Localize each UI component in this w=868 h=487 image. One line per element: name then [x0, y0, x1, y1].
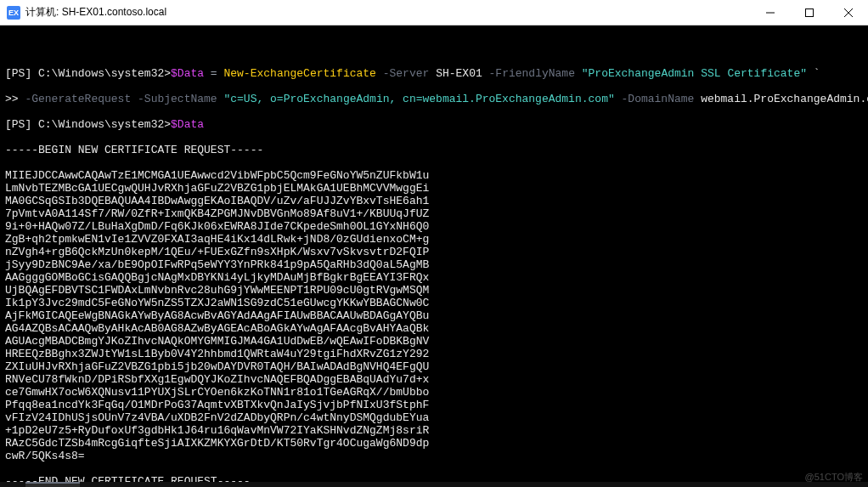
cert-line: AAGgggGOMBoGCisGAQQBgjcNAgMxDBYKNi4yLjky… [5, 271, 863, 284]
taskbar-strip [0, 482, 868, 487]
cmd-line-2: [PS] C:\Windows\system32>$Data [5, 118, 863, 131]
cert-line: RAzC5GdcTZSb4mRcgGiqfteSjiAIXKZMKYXGrDtD… [5, 437, 863, 450]
titlebar: EX 计算机: SH-EX01.contoso.local [0, 0, 868, 25]
maximize-button[interactable] [790, 0, 829, 25]
close-button[interactable] [829, 0, 868, 25]
cert-line: RNVeCU78fWknD/DPiRSbfXXg1EgwDQYJKoZIhvcN… [5, 373, 863, 386]
cert-line: ZgB+qh2tpmkwEN1vIe1ZVVZ0FXAI3aqHE4iKx14d… [5, 233, 863, 246]
cert-line: UjBQAgEFDBVTSC1FWDAxLmNvbnRvc28uhG9jYWwM… [5, 284, 863, 297]
cert-line: Pfqq8ea1ncdYk3FqGq/O1MDrPoG37AqmtvXBTXkv… [5, 399, 863, 411]
cert-line: cwR/5QKs4s8= [5, 450, 863, 462]
window-title: 计算机: SH-EX01.contoso.local [25, 5, 166, 20]
cert-line: AjFkMGICAQEeWgBNAGkAYwByAG8AcwBvAGYAdAAg… [5, 309, 863, 322]
cert-line: ce7GmwHX7ocW6XQNusv11PYUXjSLrCYOen6kzKoT… [5, 386, 863, 399]
cert-begin: -----BEGIN NEW CERTIFICATE REQUEST----- [5, 144, 863, 156]
cert-line: AG4AZQBsACAAQwByAHkAcAB0AG8AZwByAGEAcABo… [5, 322, 863, 335]
cert-line: vFIzV24IDhUSjsOUnV7z4VBA/uXDB2FnV2dZADby… [5, 411, 863, 424]
cert-line: 9i+0+HAQw07Z/LBuHaXgDmD/Fq6KJk06xEWRA8JI… [5, 220, 863, 233]
cert-line: HREEQzBBghx3ZWJtYW1sL1Byb0V4Y2hhbmd1QWRt… [5, 348, 863, 360]
cert-line: AGUAcgMBADCBmgYJKoZIhvcNAQkOMYGMMIGJMA4G… [5, 335, 863, 348]
cert-line: +1pD2eU7z5+RyDufoxUf3gdbHk1J64ru16qWavMn… [5, 424, 863, 437]
cert-line: 7pVmtvA0A114Sf7/RW/0ZfR+IxmQKB4ZPGMJNvDB… [5, 207, 863, 220]
cmd-line-1-cont: >> -GenerateRequest -SubjectName "c=US, … [5, 93, 863, 105]
terminal-output[interactable]: [PS] C:\Windows\system32>$Data = New-Exc… [0, 25, 868, 487]
cert-line: LmNvbTEZMBcGA1UECgwQUHJvRXhjaGFuZ2VBZG1p… [5, 182, 863, 195]
cert-line: ZXIuUHJvRXhjaGFuZ2VBZG1pbi5jb20wDAYDVR0T… [5, 360, 863, 373]
cert-line: jSyy9DzBNC9Ae/xa/bE9OpOIFwRPq5eWYY3YnPRk… [5, 258, 863, 271]
taskbar-highlight [25, 482, 80, 487]
cmd-line-1: [PS] C:\Windows\system32>$Data = New-Exc… [5, 67, 863, 80]
cert-line: MIIEJDCCAwwCAQAwTzE1MCMGA1UEAwwcd2VibWFp… [5, 169, 863, 182]
svg-rect-1 [806, 8, 814, 16]
cert-line: nZVgh4+rgB6QckMzUn0kepM/1QEu/+FUExGZfn9s… [5, 246, 863, 258]
cert-line: MA0GCSqGSIb3DQEBAQUAA4IBDwAwggEKAoIBAQDV… [5, 195, 863, 207]
app-icon: EX [7, 6, 20, 20]
cert-line: Ik1pY3Jvc29mdC5FeGNoYW5nZS5TZXJ2aWN1SG9z… [5, 297, 863, 309]
minimize-button[interactable] [751, 0, 790, 25]
